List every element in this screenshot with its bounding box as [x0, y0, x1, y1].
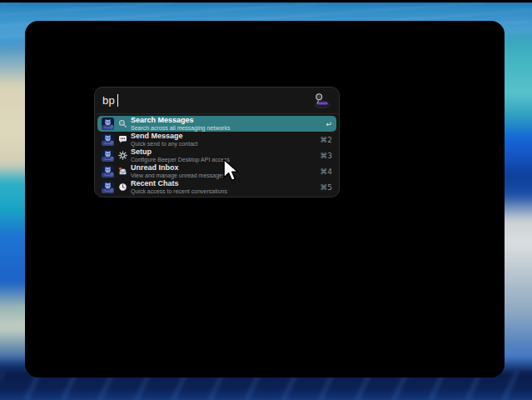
beeper-app-icon: [102, 165, 114, 178]
results-list: Search Messages Search across all messag…: [95, 114, 339, 198]
result-subtitle: View and manage unread messages: [131, 172, 226, 178]
shortcut-hint: ⌘3: [320, 152, 332, 160]
top-black-strip: [0, 0, 532, 2]
result-texts: Search Messages Search across all messag…: [131, 117, 230, 132]
shortcut-hint: ⌘2: [320, 136, 332, 144]
gear-icon: [118, 151, 127, 160]
result-subtitle: Search across all messaging networks: [131, 125, 230, 131]
speech-bubble-icon: [118, 135, 127, 144]
result-subtitle: Quick send to any contact: [131, 141, 198, 147]
search-bar: bp: [95, 88, 339, 113]
beeper-app-icon: [102, 149, 114, 162]
result-texts: Recent Chats Quick access to recent conv…: [131, 180, 227, 195]
result-subtitle: Quick access to recent conversations: [131, 188, 227, 194]
launcher-window: bp Search Messages Search across all mes…: [94, 87, 340, 198]
search-input[interactable]: bp: [102, 94, 311, 107]
result-texts: Send Message Quick send to any contact: [131, 132, 198, 148]
result-row-search-messages[interactable]: Search Messages Search across all messag…: [97, 116, 336, 132]
shortcut-hint: ⌘5: [320, 183, 332, 192]
detective-hat-magnifier-icon: [311, 92, 331, 109]
beeper-app-icon: [102, 133, 114, 146]
result-title: Search Messages: [131, 117, 230, 124]
result-row-unread-inbox[interactable]: Unread Inbox View and manage unread mess…: [97, 163, 336, 179]
result-title: Send Message: [131, 132, 198, 140]
result-title: Setup: [131, 148, 230, 156]
search-query-text: bp: [102, 94, 115, 107]
result-row-send-message[interactable]: Send Message Quick send to any contact ⌘…: [97, 132, 336, 148]
result-row-recent-chats[interactable]: Recent Chats Quick access to recent conv…: [97, 179, 336, 195]
clock-icon: [118, 182, 127, 192]
shortcut-hint: ⌘4: [320, 168, 332, 176]
beeper-app-icon: [102, 118, 114, 130]
result-row-setup[interactable]: Setup Configure Beeper Desktop API acces…: [97, 148, 336, 163]
result-texts: Unread Inbox View and manage unread mess…: [131, 164, 226, 179]
result-title: Unread Inbox: [131, 164, 226, 172]
result-subtitle: Configure Beeper Desktop API access: [131, 157, 230, 162]
fullscreen-black-surface: [25, 21, 505, 378]
beeper-app-icon: [102, 181, 114, 193]
shortcut-hint: ↵: [326, 120, 332, 128]
inbox-icon: [118, 167, 127, 176]
magnifier-icon: [118, 119, 127, 128]
result-texts: Setup Configure Beeper Desktop API acces…: [131, 148, 230, 163]
text-caret: [117, 94, 118, 107]
result-title: Recent Chats: [131, 180, 227, 188]
